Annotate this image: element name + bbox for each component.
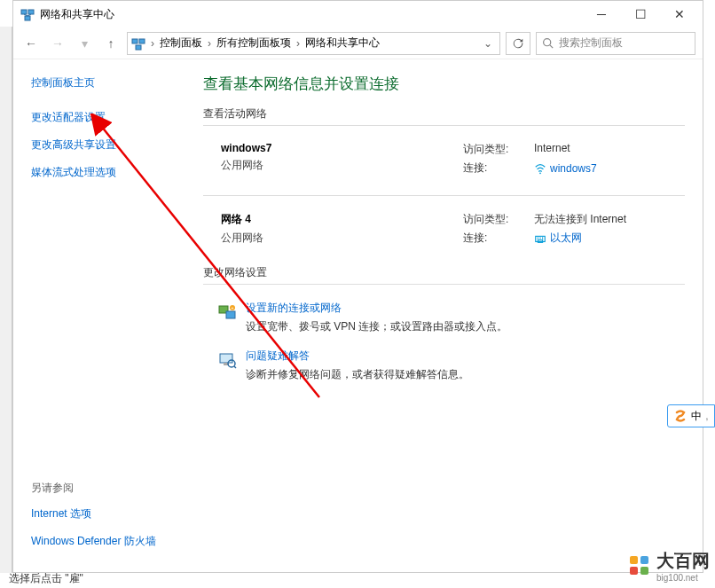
sidebar-home-link[interactable]: 控制面板主页 — [31, 75, 178, 90]
recent-dropdown[interactable]: ▾ — [74, 33, 95, 54]
connection-link-text: windows7 — [550, 162, 597, 175]
sidebar-see-also: 另请参阅 — [31, 481, 178, 496]
ime-label: 中 — [691, 409, 702, 424]
network-type: 公用网络 — [221, 231, 463, 246]
settings-item-new-connection: + 设置新的连接或网络 设置宽带、拨号或 VPN 连接；或设置路由器或接入点。 — [203, 297, 685, 345]
sidebar: 控制面板主页 更改适配器设置 更改高级共享设置 媒体流式处理选项 另请参阅 In… — [13, 59, 191, 572]
svg-rect-26 — [640, 556, 648, 564]
section-change-settings: 更改网络设置 — [203, 265, 685, 280]
breadcrumb-control-panel[interactable]: 控制面板 — [160, 35, 202, 51]
connection-label: 连接: — [463, 231, 525, 246]
breadcrumb-network-center[interactable]: 网络和共享中心 — [305, 35, 380, 51]
svg-line-23 — [234, 366, 236, 368]
sidebar-media-streaming[interactable]: 媒体流式处理选项 — [31, 165, 178, 180]
sidebar-internet-options[interactable]: Internet 选项 — [31, 506, 178, 521]
network-block: 网络 4 公用网络 访问类型: 无法连接到 Internet 连接: 以太网 — [203, 208, 685, 265]
divider — [203, 125, 685, 126]
svg-rect-17 — [226, 311, 235, 318]
new-connection-icon: + — [217, 302, 237, 322]
section-active-networks: 查看活动网络 — [203, 106, 685, 122]
svg-rect-5 — [132, 39, 138, 43]
sidebar-advanced-sharing[interactable]: 更改高级共享设置 — [31, 137, 178, 153]
ime-indicator[interactable]: 中 , — [667, 404, 715, 427]
settings-item-troubleshoot: 问题疑难解答 诊断并修复网络问题，或者获得疑难解答信息。 — [203, 345, 685, 393]
back-button[interactable]: ← — [20, 33, 42, 54]
svg-rect-1 — [28, 10, 34, 14]
svg-text:+: + — [232, 305, 234, 310]
forward-button[interactable]: → — [47, 33, 68, 54]
svg-point-8 — [544, 39, 551, 46]
chevron-right-icon[interactable]: › — [295, 37, 302, 50]
ethernet-icon — [534, 232, 546, 245]
svg-rect-28 — [640, 567, 648, 575]
network-name: 网络 4 — [221, 212, 463, 227]
address-bar[interactable]: › 控制面板 › 所有控制面板项 › 网络和共享中心 ⌄ — [127, 32, 500, 55]
control-panel-window: 网络和共享中心 ─ ☐ ✕ ← → ▾ ↑ › 控制面板 › 所有控制面板项 ›… — [12, 0, 703, 573]
access-type-label: 访问类型: — [463, 142, 525, 157]
chevron-right-icon[interactable]: › — [149, 37, 156, 50]
connection-link[interactable]: 以太网 — [534, 231, 685, 246]
troubleshoot-desc: 诊断并修复网络问题，或者获得疑难解答信息。 — [246, 368, 469, 380]
troubleshoot-icon — [217, 350, 237, 370]
maximize-button[interactable]: ☐ — [621, 1, 660, 27]
divider — [203, 195, 685, 196]
svg-point-10 — [539, 172, 541, 174]
sogou-icon — [673, 409, 688, 423]
svg-rect-2 — [25, 16, 30, 20]
access-type-value: Internet — [534, 142, 685, 157]
refresh-button[interactable] — [506, 32, 530, 55]
svg-line-9 — [550, 45, 553, 48]
search-placeholder: 搜索控制面板 — [559, 35, 623, 51]
svg-rect-27 — [630, 567, 638, 575]
partial-window-left — [0, 27, 12, 573]
refresh-icon — [512, 37, 524, 50]
network-center-icon — [20, 7, 35, 21]
breadcrumb-all-items[interactable]: 所有控制面板项 — [216, 35, 291, 51]
svg-rect-0 — [21, 10, 27, 14]
connection-label: 连接: — [463, 161, 525, 176]
svg-rect-7 — [136, 45, 141, 50]
address-dropdown[interactable]: ⌄ — [480, 37, 496, 50]
connection-link[interactable]: windows7 — [534, 161, 685, 176]
network-block: windows7 公用网络 访问类型: Internet 连接: windows… — [203, 138, 685, 195]
access-type-label: 访问类型: — [463, 212, 525, 227]
troubleshoot-link[interactable]: 问题疑难解答 — [246, 349, 469, 364]
search-input[interactable]: 搜索控制面板 — [536, 32, 695, 55]
wifi-icon — [534, 162, 546, 175]
watermark-text: 大百网 — [656, 549, 710, 573]
new-connection-desc: 设置宽带、拨号或 VPN 连接；或设置路由器或接入点。 — [246, 320, 507, 333]
svg-rect-25 — [630, 556, 638, 564]
new-connection-link[interactable]: 设置新的连接或网络 — [246, 301, 507, 316]
watermark: 大百网 big100.net — [628, 549, 710, 583]
network-center-icon — [131, 36, 145, 51]
close-button[interactable]: ✕ — [660, 1, 699, 27]
sidebar-defender-firewall[interactable]: Windows Defender 防火墙 — [31, 534, 178, 549]
minimize-button[interactable]: ─ — [582, 1, 621, 27]
window-title: 网络和共享中心 — [40, 7, 582, 22]
chevron-right-icon[interactable]: › — [206, 37, 213, 50]
network-name: windows7 — [221, 142, 463, 154]
sidebar-adapter-settings[interactable]: 更改适配器设置 — [31, 110, 178, 125]
content-area: 控制面板主页 更改适配器设置 更改高级共享设置 媒体流式处理选项 另请参阅 In… — [13, 59, 703, 572]
svg-rect-6 — [139, 39, 145, 43]
divider — [203, 284, 685, 285]
cropped-bottom-text: 选择后点击 "雇" — [9, 571, 83, 586]
page-heading: 查看基本网络信息并设置连接 — [203, 74, 685, 94]
up-button[interactable]: ↑ — [100, 33, 122, 54]
svg-rect-20 — [220, 354, 232, 363]
connection-link-text: 以太网 — [550, 231, 582, 246]
main-panel: 查看基本网络信息并设置连接 查看活动网络 windows7 公用网络 访问类型:… — [191, 59, 703, 572]
navbar: ← → ▾ ↑ › 控制面板 › 所有控制面板项 › 网络和共享中心 ⌄ 搜索控… — [13, 27, 703, 59]
logo-icon — [628, 554, 651, 577]
watermark-url: big100.net — [656, 573, 710, 583]
access-type-value: 无法连接到 Internet — [534, 212, 685, 227]
search-icon — [542, 37, 554, 49]
titlebar: 网络和共享中心 ─ ☐ ✕ — [13, 1, 703, 27]
network-type: 公用网络 — [221, 158, 463, 173]
